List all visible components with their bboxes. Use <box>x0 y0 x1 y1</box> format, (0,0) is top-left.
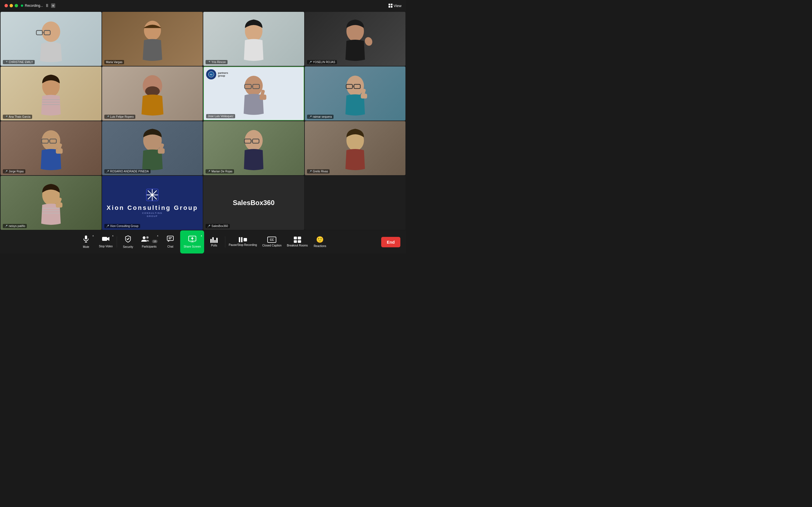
svg-rect-60 <box>167 236 173 240</box>
polls-button[interactable]: Polls <box>204 230 224 253</box>
pause-stop-icon <box>239 237 247 242</box>
breakout-rooms-button[interactable]: Breakout Rooms <box>285 230 310 253</box>
svg-rect-56 <box>102 237 107 241</box>
participant-cell-9[interactable]: 🎤 Jorge Rojas <box>1 121 101 175</box>
view-label: View <box>394 4 402 8</box>
participant-cell-7[interactable]: PG partnersgroup Jose Luis Velásquez <box>203 66 304 121</box>
participant-video-12 <box>305 121 406 175</box>
participant-video-11 <box>203 121 304 175</box>
name-tag-2: Maria Vargas <box>104 60 124 64</box>
participant-name-15: SalesBox360 <box>211 224 228 228</box>
video-caret[interactable]: ▲ <box>112 234 114 237</box>
participant-cell-13[interactable]: 🎤 neisys patiño <box>1 176 101 230</box>
recording-dot <box>21 4 23 7</box>
security-button[interactable]: Security <box>118 230 138 253</box>
polls-icon <box>210 237 218 243</box>
participant-cell-2[interactable]: Maria Vargas <box>102 12 203 66</box>
participant-cell-5[interactable]: 🎤 Ana Thais Garcia <box>1 66 101 121</box>
mute-icon-12: 🎤 <box>309 170 312 173</box>
participant-name-7: Jose Luis Velásquez <box>208 115 234 118</box>
mute-caret[interactable]: ▲ <box>92 234 94 237</box>
participant-cell-8[interactable]: 🎤 raimar sequera <box>305 66 406 121</box>
participant-video-7 <box>204 67 304 120</box>
participant-cell-1[interactable]: 🎤 CHRISTINE EMILY <box>1 12 101 66</box>
participant-cell-15[interactable]: SalesBox360 🎤 SalesBox360 <box>203 176 304 230</box>
participant-cell-12[interactable]: 🎤 Grelis Rivas <box>305 121 406 175</box>
mute-icon-4: 🎤 <box>309 61 312 64</box>
toolbar: ▲ Mute ▲ Stop Video Security <box>0 230 406 253</box>
participant-cell-4[interactable]: 🎤 YOSELIN ROJAS <box>305 12 406 66</box>
pause-stop-recording-button[interactable]: Pause/Stop Recording <box>226 230 259 253</box>
share-screen-label: Share Screen <box>184 245 201 248</box>
participant-cell-11[interactable]: 🎤 Marian De Rojas <box>203 121 304 175</box>
svg-rect-36 <box>158 148 164 154</box>
xion-name: Xion Consulting Group <box>107 204 198 212</box>
name-tag-1: 🎤 CHRISTINE EMILY <box>3 60 35 64</box>
breakout-label: Breakout Rooms <box>287 244 308 247</box>
xion-star-icon <box>145 188 159 202</box>
participant-video-13 <box>1 176 101 230</box>
mute-icon-14: 🎤 <box>106 225 109 228</box>
view-button[interactable]: View <box>389 4 402 8</box>
participant-cell-3[interactable]: 🎤 Yris Rincon <box>203 12 304 66</box>
participant-name-6: Luis Felipe Ropero <box>110 115 134 118</box>
video-grid: 🎤 CHRISTINE EMILY Maria Vargas 🎤 Yris <box>0 11 406 230</box>
polls-label: Polls <box>211 244 217 247</box>
mute-icon-10: 🎤 <box>106 170 109 173</box>
top-bar: Recording... ⏸ ■ View <box>0 0 406 11</box>
fullscreen-traffic-light[interactable] <box>15 4 18 7</box>
stop-recording-icon[interactable]: ■ <box>51 3 55 8</box>
participant-name-11: Marian De Rojas <box>211 170 232 173</box>
svg-point-37 <box>245 130 263 151</box>
shield-icon <box>125 235 131 244</box>
svg-rect-53 <box>85 235 87 239</box>
share-screen-button[interactable]: ▲ Share Screen <box>180 230 204 253</box>
end-button[interactable]: End <box>381 237 400 247</box>
share-screen-caret[interactable]: ▲ <box>200 234 202 237</box>
recording-badge: Recording... ⏸ ■ <box>21 3 55 8</box>
mute-icon-1: 🎤 <box>4 61 8 64</box>
svg-point-13 <box>145 86 160 96</box>
svg-point-4 <box>144 20 161 40</box>
svg-point-28 <box>42 130 60 151</box>
participants-button[interactable]: 15 ▲ Participants <box>138 230 160 253</box>
pause-stop-label: Pause/Stop Recording <box>229 243 257 247</box>
participant-video-6 <box>102 66 203 121</box>
breakout-icon <box>294 237 301 243</box>
participant-name-14: Xion Consulting Group <box>110 224 139 228</box>
reactions-icon: 🙂 <box>316 236 324 243</box>
participant-cell-6[interactable]: 🎤 Luis Felipe Ropero <box>102 66 203 121</box>
empty-cell-row4 <box>305 176 406 230</box>
name-tag-7: Jose Luis Velásquez <box>206 114 235 118</box>
security-label: Security <box>123 245 133 249</box>
svg-rect-47 <box>56 202 62 207</box>
salesbox-name: SalesBox360 <box>233 199 274 207</box>
participant-cell-14[interactable]: Xion Consulting Group CONSULTINGGROUP 🎤 … <box>102 176 203 230</box>
participant-video-3 <box>203 12 304 66</box>
participants-icon: 15 <box>141 235 158 244</box>
svg-rect-27 <box>361 94 367 98</box>
mute-icon-5: 🎤 <box>4 115 8 118</box>
participant-name-3: Yris Rincon <box>211 61 226 64</box>
participant-name-4: YOSELIN ROJAS <box>313 61 335 64</box>
participant-name-13: neisys patiño <box>9 224 25 228</box>
name-tag-14: 🎤 Xion Consulting Group <box>104 224 140 228</box>
participant-cell-10[interactable]: 🎤 ROSARIO ANDRADE PINEDA <box>102 121 203 175</box>
minimize-traffic-light[interactable] <box>10 4 13 7</box>
participant-video-1 <box>1 12 101 66</box>
participants-caret[interactable]: ▲ <box>156 234 159 237</box>
participants-label: Participants <box>142 245 156 248</box>
stop-video-button[interactable]: ▲ Stop Video <box>96 230 116 253</box>
traffic-lights <box>4 4 18 7</box>
chat-button[interactable]: Chat <box>160 230 180 253</box>
name-tag-9: 🎤 Jorge Rojas <box>3 169 26 173</box>
name-tag-8: 🎤 raimar sequera <box>307 115 334 119</box>
mute-button[interactable]: ▲ Mute <box>76 230 96 253</box>
pause-recording-icon[interactable]: ⏸ <box>45 3 49 8</box>
participant-video-8 <box>305 66 406 121</box>
closed-caption-button[interactable]: CC Closed Caption <box>259 230 285 253</box>
reactions-button[interactable]: 🙂 Reactions <box>310 230 330 253</box>
close-traffic-light[interactable] <box>4 4 8 7</box>
participant-video-10 <box>102 121 203 175</box>
name-tag-13: 🎤 neisys patiño <box>3 224 27 228</box>
